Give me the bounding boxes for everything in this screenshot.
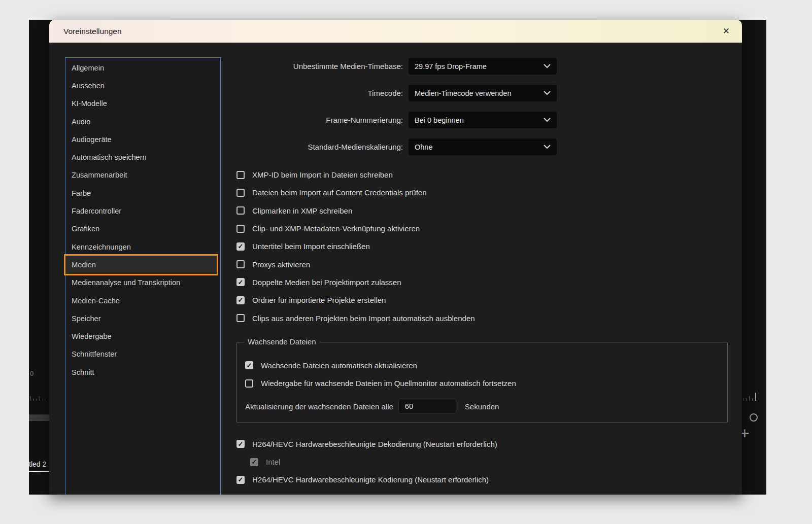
checkbox-row: Clips aus anderen Projekten beim Import …	[236, 309, 728, 327]
sidebar-item-medienanalyse[interactable]: Medienanalyse und Transkription	[65, 274, 217, 292]
sequence-tab[interactable]: tled 2	[29, 460, 46, 468]
sidebar-item-kennzeichnungen[interactable]: Kennzeichnungen	[65, 238, 217, 256]
sidebar-item-wiedergabe[interactable]: Wiedergabe	[65, 327, 217, 345]
sidebar-item-speicher[interactable]: Speicher	[65, 309, 217, 327]
interval-input[interactable]	[398, 399, 456, 414]
growing-files-group: Wachsende Dateien Wachsende Dateien auto…	[236, 342, 728, 423]
chevron-down-icon	[544, 64, 551, 68]
timecode-label: Timecode:	[232, 89, 403, 97]
doppelte-medien-checkbox[interactable]	[236, 278, 245, 286]
checkbox-label: Clipmarken in XMP schreiben	[252, 206, 352, 215]
xmp-id-checkbox[interactable]	[236, 171, 245, 179]
content-credentials-checkbox[interactable]	[236, 189, 245, 197]
close-icon[interactable]: ✕	[719, 24, 734, 39]
checkbox-row: Clipmarken in XMP schreiben	[236, 202, 728, 220]
sidebar-item-allgemein[interactable]: Allgemein	[65, 59, 217, 77]
sidebar-item-grafiken[interactable]: Grafiken	[65, 220, 217, 238]
checkbox-label: H264/HEVC Hardwarebeschleunigte Kodierun…	[252, 475, 489, 484]
checkbox-row: XMP-ID beim Import in Dateien schreiben	[236, 166, 728, 184]
checkbox-label: XMP-ID beim Import in Dateien schreiben	[252, 170, 393, 179]
checkbox-row: Dateien beim Import auf Content Credenti…	[236, 184, 728, 201]
settings-panel: Unbestimmte Medien-Timebase: 29.97 fps D…	[232, 58, 728, 489]
growing-playback-resume-checkbox[interactable]	[245, 379, 253, 388]
sidebar-item-medien[interactable]: Medien	[65, 256, 217, 273]
setting-row: Unbestimmte Medien-Timebase: 29.97 fps D…	[232, 58, 728, 75]
sidebar-item-zusammenarbeit[interactable]: Zusammenarbeit	[65, 166, 217, 184]
timecode-value: Medien-Timecode verwenden	[415, 89, 511, 97]
sidebar-item-audiogeraete[interactable]: Audiogeräte	[65, 130, 217, 148]
chevron-down-icon	[544, 91, 551, 95]
checkbox-row: Clip- und XMP-Metadaten-Verknüpfung akti…	[236, 220, 728, 237]
frame-numbering-label: Frame-Nummerierung:	[232, 116, 403, 124]
sidebar-item-schnitt[interactable]: Schnitt	[65, 363, 217, 381]
intel-checkbox[interactable]	[250, 458, 258, 466]
sidebar-item-medien-cache[interactable]: Medien-Cache	[65, 292, 217, 309]
timebase-value: 29.97 fps Drop-Frame	[415, 62, 487, 71]
timebase-label: Unbestimmte Medien-Timebase:	[232, 62, 403, 71]
setting-row: Frame-Nummerierung: Bei 0 beginnen	[232, 112, 728, 128]
frame-numbering-select[interactable]: Bei 0 beginnen	[409, 112, 557, 128]
checkbox-row: Ordner für importierte Projekte erstelle…	[236, 291, 728, 309]
ruler-ticks	[743, 393, 756, 401]
checkbox-label: H264/HEVC Hardwarebeschleunigte Dekodier…	[252, 440, 497, 448]
dialog-titlebar[interactable]: Voreinstellungen ✕	[49, 20, 742, 43]
chevron-down-icon	[544, 118, 551, 122]
sidebar-item-audio[interactable]: Audio	[65, 113, 217, 130]
sidebar-item-aussehen[interactable]: Aussehen	[65, 77, 217, 94]
sidebar-item-automatisch-speichern[interactable]: Automatisch speichern	[65, 148, 217, 166]
proxys-checkbox[interactable]	[236, 260, 245, 268]
screen: 0 tled 2 + Voreinstellungen ✕ Allgemein …	[0, 0, 812, 524]
ruler-ticks	[30, 396, 46, 401]
checkbox-label: Dateien beim Import auf Content Credenti…	[252, 188, 427, 197]
sequence-tab-underline	[29, 471, 50, 472]
checkbox-row: Intel	[250, 453, 728, 471]
media-scaling-select[interactable]: Ohne	[409, 138, 557, 155]
hw-encode-checkbox[interactable]	[236, 476, 245, 484]
untertitel-import-checkbox[interactable]	[236, 242, 245, 251]
interval-label: Aktualisierung der wachsenden Dateien al…	[245, 402, 393, 411]
checkbox-row: Proxys aktivieren	[236, 255, 728, 273]
dialog-title: Voreinstellungen	[63, 27, 122, 36]
timeline-ruler-value: 0	[30, 370, 33, 377]
frame-numbering-value: Bei 0 beginnen	[415, 116, 464, 124]
preferences-dialog: Voreinstellungen ✕ Allgemein Aussehen KI…	[49, 20, 742, 495]
setting-row: Standard-Medienskalierung: Ohne	[232, 138, 728, 155]
category-list: Allgemein Aussehen KI-Modelle Audio Audi…	[65, 57, 221, 495]
interval-row: Aktualisierung der wachsenden Dateien al…	[245, 399, 727, 414]
sidebar-item-farbe[interactable]: Farbe	[65, 184, 217, 202]
sidebar-item-schnittfenster[interactable]: Schnittfenster	[65, 345, 217, 363]
checkbox-row: H264/HEVC Hardwarebeschleunigte Dekodier…	[236, 435, 728, 453]
clipmarken-checkbox[interactable]	[236, 206, 245, 215]
sidebar-item-fadercontroller[interactable]: Fadercontroller	[65, 202, 217, 220]
checkbox-label: Clip- und XMP-Metadaten-Verknüpfung akti…	[252, 224, 420, 233]
checkbox-label: Ordner für importierte Projekte erstelle…	[252, 296, 386, 304]
scrollbar-fragment	[29, 414, 49, 421]
growing-auto-update-checkbox[interactable]	[245, 361, 253, 369]
media-options: XMP-ID beim Import in Dateien schreiben …	[236, 166, 728, 327]
media-scaling-value: Ohne	[415, 143, 432, 151]
checkbox-row: H264/HEVC Hardwarebeschleunigte Kodierun…	[236, 471, 728, 488]
checkbox-row: Doppelte Medien bei Projektimport zulass…	[236, 273, 728, 291]
ordner-projekte-checkbox[interactable]	[236, 296, 245, 304]
hw-decode-checkbox[interactable]	[236, 440, 245, 448]
checkbox-row: Wachsende Dateien automatisch aktualisie…	[245, 357, 727, 374]
setting-row: Timecode: Medien-Timecode verwenden	[232, 85, 728, 101]
checkbox-label: Doppelte Medien bei Projektimport zulass…	[252, 278, 401, 287]
growing-files-group-title: Wachsende Dateien	[244, 337, 320, 346]
interval-unit: Sekunden	[465, 402, 499, 411]
sidebar-item-ki-modelle[interactable]: KI-Modelle	[65, 95, 217, 113]
checkbox-row: Untertitel beim Import einschließen	[236, 237, 728, 255]
timebase-select[interactable]: 29.97 fps Drop-Frame	[409, 58, 557, 75]
record-icon	[750, 413, 758, 422]
media-scaling-label: Standard-Medienskalierung:	[232, 143, 403, 151]
clips-ausblenden-checkbox[interactable]	[236, 314, 245, 322]
checkbox-label: Clips aus anderen Projekten beim Import …	[252, 314, 475, 323]
checkbox-row: Wiedergabe für wachsende Dateien im Quel…	[245, 374, 727, 392]
timecode-select[interactable]: Medien-Timecode verwenden	[409, 85, 557, 101]
checkbox-label: Intel	[266, 458, 280, 466]
hardware-options: H264/HEVC Hardwarebeschleunigte Dekodier…	[236, 435, 728, 489]
xmp-metadata-link-checkbox[interactable]	[236, 225, 245, 233]
checkbox-label: Wiedergabe für wachsende Dateien im Quel…	[261, 379, 516, 388]
chevron-down-icon	[544, 145, 551, 149]
checkbox-label: Proxys aktivieren	[252, 260, 310, 269]
